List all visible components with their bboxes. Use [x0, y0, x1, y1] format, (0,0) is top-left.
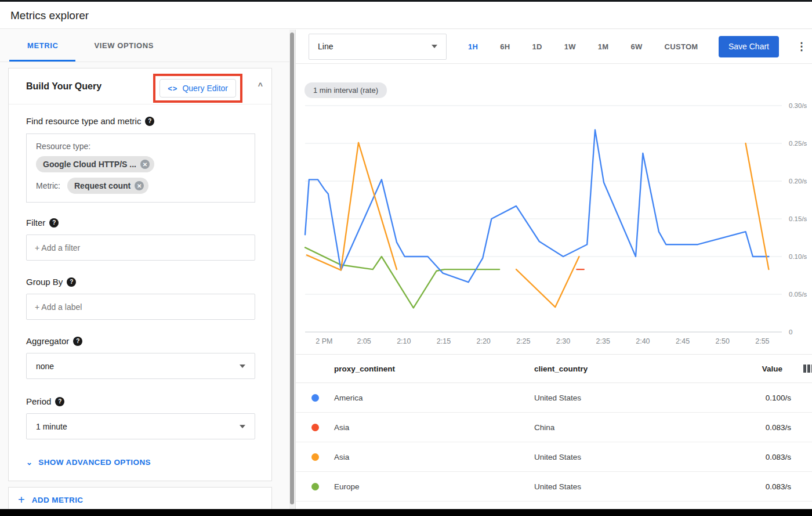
x-axis-label: 2:20	[476, 337, 490, 345]
panel-scrollbar-thumb[interactable]	[290, 33, 294, 504]
query-editor-label: Query Editor	[182, 84, 228, 93]
group-by-placeholder: + Add a label	[35, 302, 82, 312]
y-axis-label: 0.05/s	[789, 291, 807, 298]
tab-view-options[interactable]: VIEW OPTIONS	[94, 41, 154, 50]
header-value[interactable]: Value	[740, 365, 803, 373]
series-line-asia-united-states	[307, 143, 397, 270]
period-select[interactable]: 1 minute	[26, 413, 255, 439]
time-range-1h[interactable]: 1H	[457, 30, 489, 64]
metric-chip[interactable]: Request count ✕	[67, 178, 148, 194]
header-proxy-continent[interactable]: proxy_continent	[334, 365, 534, 373]
chip-remove-icon[interactable]: ✕	[135, 181, 144, 190]
time-range-1w[interactable]: 1W	[553, 30, 587, 64]
period-label-row: Period ?	[26, 396, 255, 406]
cell-continent: Asia	[334, 453, 534, 461]
aggregator-value: none	[36, 362, 54, 371]
help-icon[interactable]: ?	[49, 218, 59, 228]
aggregator-select[interactable]: none	[26, 353, 255, 379]
table-row[interactable]: Asia China 0.083/s	[296, 413, 812, 442]
resource-type-chip[interactable]: Google Cloud HTTP/S ... ✕	[36, 156, 154, 172]
series-color-dot	[311, 424, 319, 431]
resource-chip-row: Google Cloud HTTP/S ... ✕	[36, 156, 245, 172]
chevron-down-icon	[240, 425, 245, 428]
kebab-menu-icon[interactable]: ⋮	[796, 40, 807, 53]
screenshot-bottom-border	[0, 509, 812, 516]
time-range-group: 1H 6H 1D 1W 1M 6W CUSTOM	[457, 30, 709, 64]
group-by-label: Group By	[26, 277, 63, 287]
series-line-asia-united-states	[516, 257, 579, 307]
app-header: Metrics explorer	[0, 2, 812, 29]
find-resource-label: Find resource type and metric	[26, 116, 141, 126]
table-row[interactable]: Europe United States 0.083/s	[296, 472, 812, 501]
code-brackets-icon: <>	[168, 84, 177, 93]
chip-remove-icon[interactable]: ✕	[140, 160, 150, 169]
header-client-country[interactable]: client_country	[534, 365, 740, 373]
series-line-america-united-states	[305, 130, 768, 283]
resource-metric-box: Resource type: Google Cloud HTTP/S ... ✕…	[26, 133, 255, 203]
help-icon[interactable]: ?	[67, 277, 76, 287]
time-range-1d[interactable]: 1D	[521, 30, 553, 64]
x-axis-label: 2:30	[556, 337, 570, 345]
x-axis-label: 2:25	[516, 337, 530, 345]
column-selector-icon[interactable]	[803, 365, 812, 373]
aggregator-label-row: Aggregator ?	[26, 336, 255, 346]
cell-country: United States	[534, 394, 740, 402]
time-range-6w[interactable]: 6W	[619, 30, 653, 64]
cell-continent: America	[334, 394, 534, 402]
tab-metric[interactable]: METRIC	[27, 41, 58, 50]
red-annotation-box: <> Query Editor	[153, 74, 242, 103]
chart-type-select[interactable]: Line	[309, 34, 447, 60]
resource-type-label: Resource type:	[36, 142, 245, 151]
metric-label: Metric:	[36, 181, 60, 190]
table-row[interactable]: Asia United States 0.083/s	[296, 442, 812, 472]
cell-country: China	[534, 423, 740, 432]
help-icon[interactable]: ?	[55, 397, 64, 406]
panel-tab-bar: METRIC VIEW OPTIONS	[0, 30, 289, 62]
chevron-down-icon: ⌄	[26, 458, 32, 467]
series-color-dot	[311, 483, 319, 490]
period-value: 1 minute	[36, 422, 67, 431]
time-range-1m[interactable]: 1M	[587, 30, 620, 64]
group-by-input[interactable]: + Add a label	[26, 294, 255, 320]
query-panel: METRIC VIEW OPTIONS Build Your Query <> …	[0, 30, 289, 509]
chart-toolbar: Line 1H 6H 1D 1W 1M 6W CUSTOM Save Chart…	[296, 30, 812, 64]
help-icon[interactable]: ?	[145, 117, 154, 126]
y-axis-label: 0.30/s	[789, 102, 807, 109]
cell-value: 0.083/s	[740, 482, 812, 491]
show-advanced-options-label: SHOW ADVANCED OPTIONS	[38, 458, 151, 467]
legend-table-header: proxy_continent client_country Value	[296, 355, 812, 383]
time-range-custom[interactable]: CUSTOM	[654, 30, 709, 64]
filter-label: Filter	[26, 218, 45, 228]
y-axis-label: 0.20/s	[789, 178, 807, 185]
build-query-card: Build Your Query <> Query Editor ^ Find …	[8, 68, 272, 481]
active-tab-underline	[9, 60, 75, 62]
resource-type-chip-label: Google Cloud HTTP/S ...	[43, 160, 136, 169]
add-metric-button[interactable]: + ADD METRIC	[8, 487, 272, 509]
find-resource-label-row: Find resource type and metric ?	[26, 116, 255, 126]
panel-scrollbar-track[interactable]	[289, 30, 295, 509]
table-row[interactable]: America United States 0.100/s	[296, 383, 812, 413]
cell-value: 0.100/s	[740, 394, 812, 402]
chevron-up-icon[interactable]: ^	[258, 81, 263, 91]
time-range-6h[interactable]: 6H	[489, 30, 521, 64]
y-axis-label: 0.15/s	[789, 215, 807, 222]
show-advanced-options-button[interactable]: ⌄ SHOW ADVANCED OPTIONS	[26, 458, 255, 467]
series-color-dot	[311, 394, 319, 402]
chart-type-value: Line	[318, 42, 333, 51]
chart-svg: 0.30/s0.25/s0.20/s0.15/s0.10/s0.05/s02 P…	[296, 64, 812, 354]
period-label: Period	[26, 396, 51, 406]
x-axis-label: 2:15	[437, 337, 451, 345]
y-axis-label: 0	[789, 329, 792, 335]
page-title: Metrics explorer	[10, 2, 89, 29]
metric-chip-label: Request count	[74, 181, 130, 190]
help-icon[interactable]: ?	[73, 337, 82, 346]
query-editor-button[interactable]: <> Query Editor	[160, 79, 236, 98]
x-axis-label: 2:10	[397, 337, 411, 345]
filter-input[interactable]: + Add a filter	[26, 234, 255, 261]
cell-value: 0.083/s	[740, 453, 812, 461]
interval-badge: 1 min interval (rate)	[304, 82, 387, 98]
save-chart-button[interactable]: Save Chart	[719, 36, 779, 57]
filter-placeholder: + Add a filter	[35, 243, 80, 252]
cell-country: United States	[534, 482, 740, 491]
series-color-dot	[311, 453, 319, 461]
